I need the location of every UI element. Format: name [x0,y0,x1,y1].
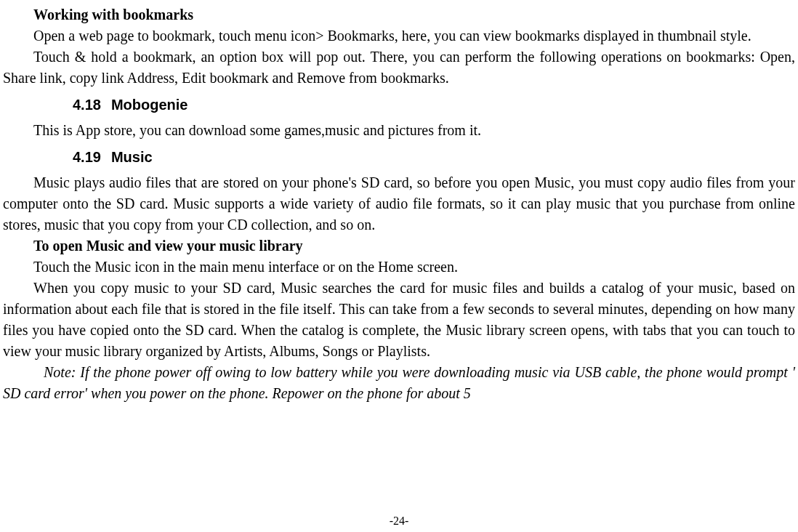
paragraph-note: Note: If the phone power off owing to lo… [3,362,795,404]
paragraph-bookmarks-1: Open a web page to bookmark, touch menu … [3,25,795,47]
heading-open-music: To open Music and view your music librar… [3,235,795,257]
section-title: Mobogenie [111,97,188,113]
section-title: Music [111,149,153,165]
paragraph-mobogenie: This is App store, you can download some… [3,120,795,141]
paragraph-music-intro: Music plays audio files that are stored … [3,172,795,235]
page-number: -24- [0,515,798,528]
section-heading-mobogenie: 4.18Mobogenie [73,94,795,116]
paragraph-open-music-1: Touch the Music icon in the main menu in… [3,257,795,278]
section-heading-music: 4.19Music [73,147,795,168]
paragraph-open-music-2: When you copy music to your SD card, Mus… [3,278,795,362]
heading-bookmarks: Working with bookmarks [3,4,795,25]
section-number: 4.19 [73,147,101,168]
document-page: Working with bookmarks Open a web page t… [0,0,798,404]
paragraph-bookmarks-2: Touch & hold a bookmark, an option box w… [3,47,795,89]
section-number: 4.18 [73,94,101,116]
